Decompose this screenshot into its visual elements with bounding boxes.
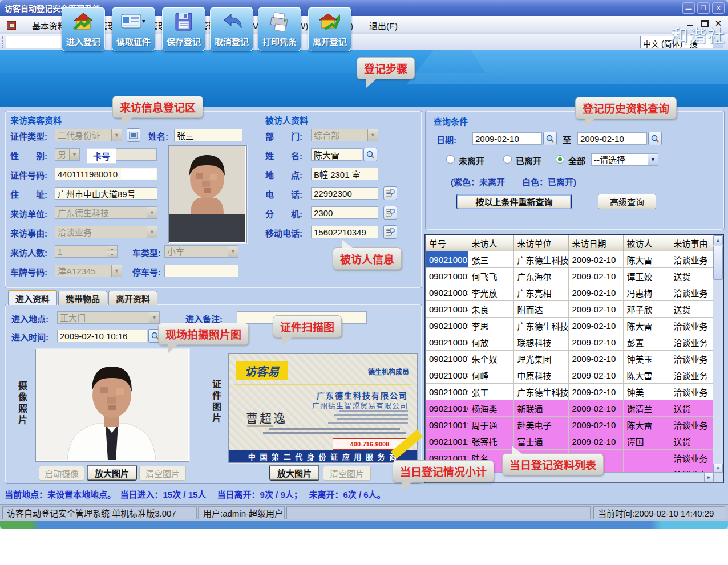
table-row[interactable]: 090210008何峰中原科技2009-02-10陈大雷洽谈业务 (426, 367, 714, 384)
table-row[interactable]: 090210003李光放广东亮相2009-02-10冯惠梅洽谈业务 (426, 284, 714, 301)
table-cell[interactable]: 钟美玉 (623, 351, 670, 367)
table-row[interactable]: 090210004朱良附而达2009-02-10邓子欣送货 (426, 301, 714, 318)
table-cell[interactable]: 洽谈业务 (670, 417, 714, 433)
vscroll-thumb[interactable] (713, 246, 723, 280)
table-cell[interactable]: 何放 (468, 334, 513, 351)
table-cell[interactable]: 朱个奴 (468, 351, 513, 367)
table-cell[interactable]: 2009-02-10 (568, 433, 623, 450)
table-cell[interactable]: 2009-02-10 (568, 301, 623, 318)
entry-location-dropdown[interactable]: 正大门▼ (57, 311, 160, 324)
tab-entry-data[interactable]: 进入资料 (8, 290, 57, 305)
table-column-header[interactable]: 单号 (426, 235, 468, 251)
table-cell[interactable]: 赴美电子 (513, 417, 568, 433)
table-cell[interactable]: 广东德生科技 (513, 384, 568, 400)
table-cell[interactable]: 广东亮相 (513, 284, 568, 301)
interviewee-ext-field[interactable] (311, 206, 378, 219)
table-column-header[interactable]: 来访日期 (568, 235, 623, 251)
requery-button[interactable]: 按以上条件重新查询 (456, 194, 572, 209)
clear-card-button[interactable]: 清空图片 (323, 466, 371, 481)
close-icon[interactable]: ✕ (712, 2, 725, 14)
interviewee-location-field[interactable] (311, 168, 378, 180)
table-cell[interactable]: 彭置 (623, 334, 670, 351)
radio-left[interactable] (503, 155, 512, 164)
leave-register-button[interactable]: 离开登记 (308, 7, 351, 51)
table-cell[interactable]: 谭国 (623, 433, 670, 450)
table-cell[interactable]: 090210002 (426, 268, 468, 284)
table-cell[interactable]: 2009-02-10 (568, 400, 623, 417)
gender-dropdown[interactable]: 男▼ (55, 148, 80, 161)
table-cell[interactable]: 新联通 (513, 400, 568, 417)
table-cell[interactable]: 周于通 (468, 417, 513, 433)
tab-carried-items[interactable]: 携带物品 (58, 291, 107, 305)
minimize-icon[interactable]: ▬ (682, 2, 695, 14)
table-column-header[interactable]: 来访人 (468, 235, 513, 251)
card-no-field[interactable] (116, 148, 157, 161)
table-cell[interactable]: 洽谈业务 (670, 351, 714, 367)
cert-type-dropdown[interactable]: 二代身份证▼ (55, 129, 122, 141)
table-cell[interactable]: 洽谈业务 (670, 251, 714, 268)
save-register-button[interactable]: 保存登记 (162, 7, 205, 51)
table-cell[interactable]: 090210006 (426, 334, 468, 351)
enter-register-button[interactable]: 进入登记 (62, 7, 105, 51)
table-cell[interactable]: 何峰 (468, 367, 513, 384)
table-cell[interactable]: 李光放 (468, 284, 513, 301)
entry-time-field[interactable] (57, 330, 147, 342)
address-field[interactable] (55, 187, 157, 200)
table-cell[interactable]: 2009-02-10 (568, 334, 623, 351)
clear-photo-button[interactable]: 清空图片 (139, 466, 186, 481)
restore-icon[interactable]: ❐ (697, 2, 710, 14)
table-cell[interactable]: 理光集团 (513, 351, 568, 367)
table-cell[interactable]: 2009-02-10 (568, 251, 623, 268)
table-row[interactable]: 090210011周于通赴美电子2009-02-10陈大雷洽谈业务 (426, 417, 714, 433)
table-row[interactable]: 090210001张三广东德生科技2009-02-10陈大雷洽谈业务 (426, 251, 714, 268)
advanced-query-button[interactable]: 高级查询 (598, 194, 656, 209)
table-cell[interactable]: 2009-02-10 (568, 367, 623, 384)
table-cell[interactable]: 钟美 (623, 384, 670, 400)
menu-exit[interactable]: 退出(E) (361, 16, 406, 34)
table-cell[interactable]: 送货 (670, 301, 714, 318)
table-cell[interactable]: 广东德生科技 (513, 251, 568, 268)
table-cell[interactable]: 090210012 (426, 433, 468, 450)
table-cell[interactable]: 谭玉姣 (623, 268, 670, 284)
interviewee-phone-field[interactable] (311, 187, 378, 200)
interviewee-search-button[interactable] (363, 148, 377, 161)
call-phone-button[interactable] (383, 186, 397, 200)
start-camera-button[interactable]: 启动摄像 (39, 466, 84, 481)
table-row[interactable]: 090210007朱个奴理光集团2009-02-10钟美玉洽谈业务 (426, 351, 714, 367)
plate-no-dropdown[interactable]: 津A12345▼ (55, 265, 122, 277)
table-cell[interactable]: 2009-02-10 (568, 384, 623, 400)
table-row[interactable]: 090210009张工广东德生科技2009-02-10钟美洽谈业务 (426, 384, 714, 400)
table-cell[interactable]: 2009-02-10 (568, 268, 623, 284)
table-cell[interactable]: 洽谈业务 (670, 367, 714, 384)
read-certificate-button[interactable]: 读取证件 (112, 7, 155, 51)
radio-not-left[interactable] (446, 155, 455, 164)
table-cell[interactable]: 朱良 (468, 301, 513, 318)
table-cell[interactable]: 2009-02-10 (568, 417, 623, 433)
table-cell[interactable]: 送货 (670, 433, 714, 450)
table-cell[interactable]: 090210010 (426, 400, 468, 417)
visit-unit-dropdown[interactable]: 广东德生科技▼ (55, 206, 157, 219)
table-cell[interactable]: 冯惠梅 (623, 284, 670, 301)
tab-leave-data[interactable]: 离开资料 (108, 291, 157, 305)
table-cell[interactable]: 2009-02-10 (568, 318, 623, 334)
parking-no-field[interactable] (164, 265, 238, 277)
dept-dropdown[interactable]: 综合部▼ (311, 129, 378, 141)
table-cell[interactable]: 何飞飞 (468, 268, 513, 284)
table-row[interactable]: 090210010杨海类新联通2009-02-10谢清兰送货 (426, 400, 714, 417)
table-cell[interactable]: 090210003 (426, 284, 468, 301)
visit-reason-dropdown[interactable]: 洽谈业务▼ (55, 226, 157, 238)
visitor-count-spinner[interactable]: 1 ▲▼ (55, 245, 118, 258)
table-row[interactable]: 090210006何放联想科技2009-02-10彭置洽谈业务 (426, 334, 714, 351)
table-cell[interactable]: 090210009 (426, 384, 468, 400)
query-select-dropdown[interactable]: --请选择▼ (591, 153, 658, 166)
scroll-up-icon[interactable]: ▲ (713, 235, 723, 245)
table-cell[interactable]: 杨海类 (468, 400, 513, 417)
date-from-picker-button[interactable] (543, 132, 557, 145)
table-cell[interactable]: 广东德生科技 (513, 318, 568, 334)
table-cell[interactable]: 陈大雷 (623, 318, 670, 334)
print-receipt-button[interactable]: 打印凭条 (258, 7, 301, 51)
vertical-scrollbar[interactable]: ▲ ▼ (713, 235, 723, 473)
table-cell[interactable]: 陈大雷 (623, 417, 670, 433)
table-cell[interactable]: 090210007 (426, 351, 468, 367)
table-cell[interactable]: 洽谈业务 (670, 450, 714, 466)
